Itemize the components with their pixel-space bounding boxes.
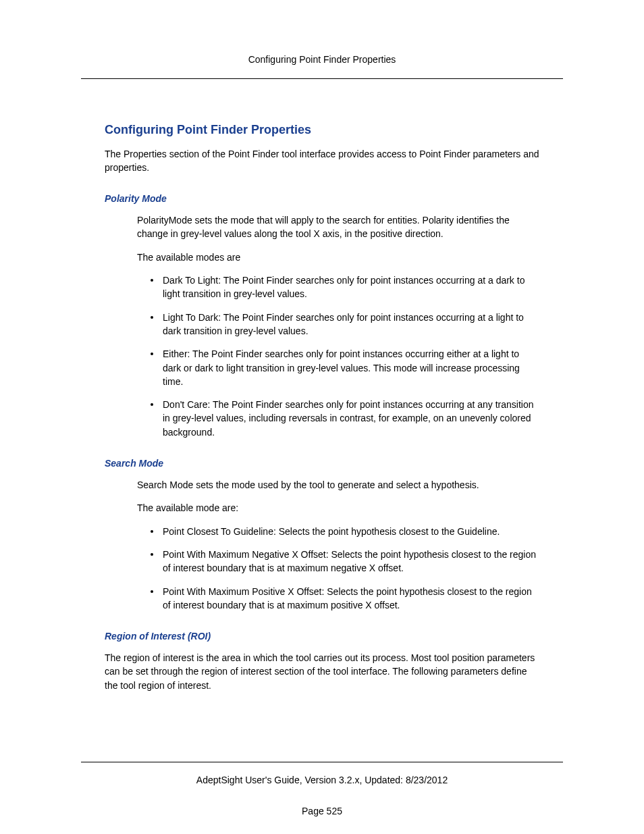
search-description: Search Mode sets the mode used by the to…	[137, 478, 539, 492]
page-number: Page 525	[81, 806, 563, 816]
polarity-modes-intro: The available modes are	[137, 251, 539, 264]
section-title: Configuring Point Finder Properties	[105, 123, 539, 137]
list-item: Don't Care: The Point Finder searches on…	[163, 398, 539, 439]
footer-text: AdeptSight User's Guide, Version 3.2.x, …	[81, 775, 563, 785]
list-item: Light To Dark: The Point Finder searches…	[163, 311, 539, 338]
list-item: Point With Maximum Positive X Offset: Se…	[163, 585, 539, 613]
search-mode-heading: Search Mode	[105, 458, 539, 469]
polarity-mode-block: PolarityMode sets the mode that will app…	[105, 213, 539, 439]
intro-paragraph: The Properties section of the Point Find…	[105, 148, 539, 174]
page-content: Configuring Point Finder Properties The …	[81, 79, 563, 692]
roi-description: The region of interest is the area in wh…	[105, 651, 539, 692]
list-item: Point With Maximum Negative X Offset: Se…	[163, 548, 539, 575]
polarity-mode-heading: Polarity Mode	[105, 193, 539, 204]
search-mode-block: Search Mode sets the mode used by the to…	[105, 478, 539, 612]
document-page: Configuring Point Finder Properties Conf…	[0, 0, 644, 834]
search-modes-list: Point Closest To Guideline: Selects the …	[137, 525, 539, 612]
polarity-description: PolarityMode sets the mode that will app…	[137, 213, 539, 241]
roi-heading: Region of Interest (ROI)	[105, 631, 539, 642]
list-item: Either: The Point Finder searches only f…	[163, 347, 539, 388]
running-header: Configuring Point Finder Properties	[81, 54, 563, 65]
list-item: Dark To Light: The Point Finder searches…	[163, 273, 539, 301]
polarity-modes-list: Dark To Light: The Point Finder searches…	[137, 273, 539, 439]
list-item: Point Closest To Guideline: Selects the …	[163, 525, 539, 538]
search-modes-intro: The available mode are:	[137, 501, 539, 515]
footer-rule	[81, 762, 563, 762]
page-footer: AdeptSight User's Guide, Version 3.2.x, …	[81, 762, 563, 816]
